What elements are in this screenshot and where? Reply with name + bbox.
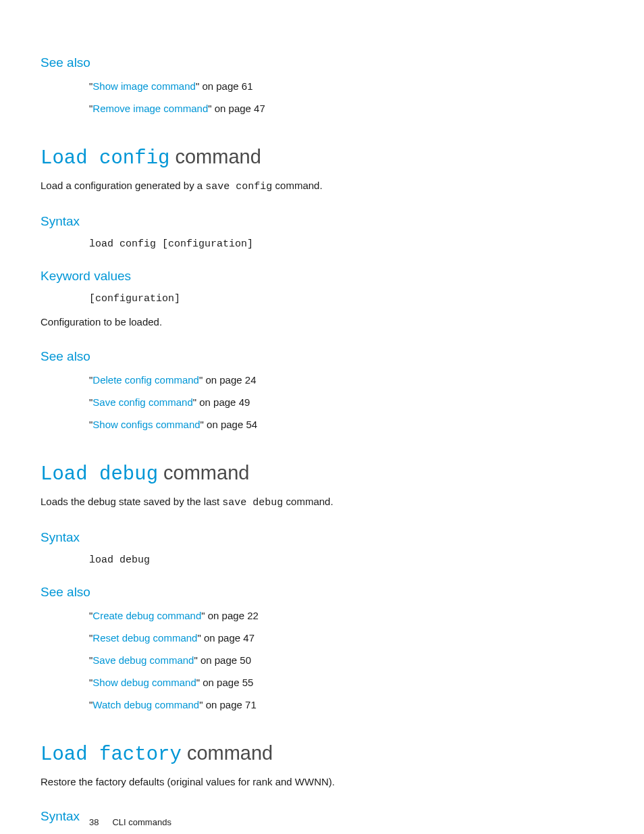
xref-tail: " on page 61 (196, 80, 253, 92)
heading-load-factory: Load factory command (41, 742, 590, 766)
link-save-debug[interactable]: Save debug command (92, 654, 194, 666)
xref-item: "Create debug command" on page 22 (89, 606, 590, 625)
xref-item: "Remove image command" on page 47 (89, 99, 590, 118)
heading-load-config: Load config command (41, 146, 590, 170)
xref-item: "Save debug command" on page 50 (89, 651, 590, 669)
document-page: See also "Show image command" on page 61… (0, 0, 644, 834)
code-keyword: [configuration] (89, 293, 590, 305)
page-number: 38 (89, 817, 99, 827)
xref-tail: " on page 22 (201, 610, 259, 621)
heading-mono: Load debug (41, 463, 158, 486)
desc-post: command. (272, 180, 322, 191)
xref-tail: " on page 55 (196, 677, 254, 688)
keyword-description: Configuration to be loaded. (41, 314, 590, 330)
link-save-config[interactable]: Save config command (92, 396, 192, 408)
heading-plain: command (182, 742, 273, 764)
xref-tail: " on page 47 (208, 103, 265, 114)
footer-section: CLI commands (112, 817, 171, 827)
xref-item: "Show image command" on page 61 (89, 77, 590, 95)
xref-item: "Show debug command" on page 55 (89, 673, 590, 692)
heading-see-also: See also (41, 55, 590, 70)
link-reset-debug[interactable]: Reset debug command (92, 632, 197, 644)
heading-syntax: Syntax (41, 530, 590, 545)
xref-item: "Reset debug command" on page 47 (89, 629, 590, 647)
link-create-debug[interactable]: Create debug command (92, 610, 201, 621)
heading-load-debug: Load debug command (41, 462, 590, 486)
link-show-configs[interactable]: Show configs command (92, 419, 200, 430)
page-footer: 38CLI commands (89, 817, 171, 827)
heading-see-also: See also (41, 349, 590, 364)
desc-mono: save debug (222, 497, 283, 509)
code-syntax: load config [configuration] (89, 238, 590, 250)
xref-tail: " on page 49 (193, 396, 250, 408)
link-show-image[interactable]: Show image command (92, 80, 196, 92)
xref-tail: " on page 24 (199, 374, 257, 386)
desc-pre: Loads the debug state saved by the last (41, 496, 222, 507)
section-description: Loads the debug state saved by the last … (41, 494, 590, 511)
xref-tail: " on page 54 (200, 419, 258, 430)
xref-item: "Show configs command" on page 54 (89, 415, 590, 434)
desc-post: command. (283, 496, 333, 507)
link-delete-config[interactable]: Delete config command (92, 374, 199, 386)
link-watch-debug[interactable]: Watch debug command (92, 699, 199, 710)
xref-item: "Save config command" on page 49 (89, 393, 590, 411)
desc-mono: save config (205, 181, 272, 192)
xref-tail: " on page 50 (194, 654, 251, 666)
link-show-debug[interactable]: Show debug command (92, 677, 196, 688)
xref-tail: " on page 71 (199, 699, 257, 710)
heading-plain: command (158, 462, 249, 484)
xref-item: "Watch debug command" on page 71 (89, 696, 590, 714)
section-description: Restore the factory defaults (original v… (41, 774, 590, 790)
desc-pre: Load a configuration generated by a (41, 180, 205, 191)
heading-see-also: See also (41, 585, 590, 600)
heading-mono: Load factory (41, 744, 182, 766)
xref-item: "Delete config command" on page 24 (89, 371, 590, 389)
heading-plain: command (169, 146, 261, 167)
heading-keyword-values: Keyword values (41, 269, 590, 284)
code-syntax: load debug (89, 554, 590, 566)
section-description: Load a configuration generated by a save… (41, 178, 590, 195)
link-remove-image[interactable]: Remove image command (92, 103, 208, 114)
xref-tail: " on page 47 (197, 632, 254, 644)
heading-syntax: Syntax (41, 214, 590, 229)
heading-mono: Load config (41, 147, 169, 170)
